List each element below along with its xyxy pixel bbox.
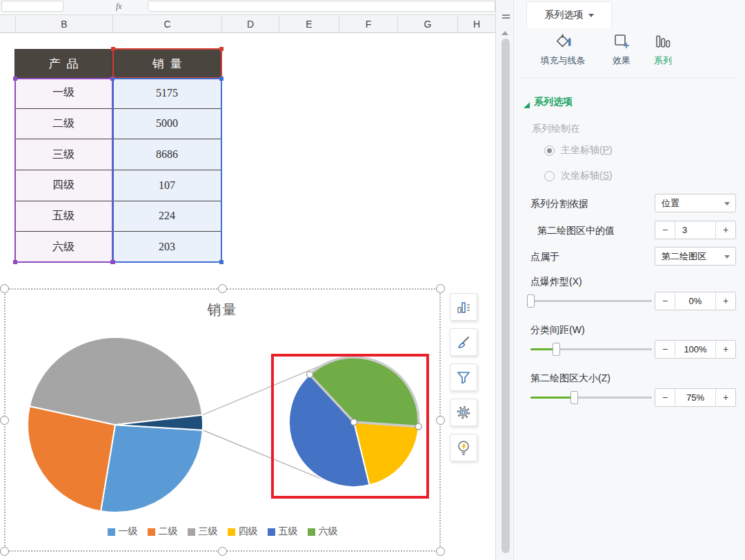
slider-track[interactable] <box>530 300 652 302</box>
legend-swatch <box>108 528 115 536</box>
legend-label: 二级 <box>159 526 178 538</box>
legend-swatch <box>148 528 155 536</box>
fx-icon[interactable]: fx <box>116 1 122 12</box>
chart-resize-handle[interactable] <box>436 547 445 556</box>
tab-series[interactable]: 系列 <box>645 32 681 67</box>
chart-resize-handle[interactable] <box>0 547 9 556</box>
name-box[interactable] <box>1 1 63 12</box>
column-header-d[interactable]: D <box>221 15 279 32</box>
cell-value[interactable]: 107 <box>112 170 222 201</box>
radio-label: 主坐标轴(P) <box>561 144 613 157</box>
column-header-g[interactable]: G <box>397 15 457 32</box>
header-cell-product[interactable]: 产品 <box>14 50 112 78</box>
column-header-h[interactable]: H <box>457 15 495 32</box>
cell-category[interactable]: 五级 <box>14 201 112 232</box>
stepper-value[interactable]: 75% <box>675 389 716 406</box>
chart-style-button[interactable] <box>450 328 477 356</box>
chart-elements-button[interactable] <box>450 293 477 321</box>
minus-button[interactable]: − <box>655 389 675 406</box>
section-series-options[interactable]: 系列选项 <box>524 96 573 108</box>
plus-button[interactable]: + <box>716 221 735 239</box>
cell-category[interactable]: 六级 <box>14 232 112 263</box>
chart-resize-handle[interactable] <box>0 416 9 425</box>
legend-item[interactable]: 一级 <box>108 526 138 538</box>
table-row: 五级 224 <box>14 201 222 232</box>
chart-resize-handle[interactable] <box>218 547 227 556</box>
plus-button[interactable]: + <box>716 341 735 358</box>
pie-slice-一级[interactable] <box>101 425 203 512</box>
cell-category[interactable]: 二级 <box>14 109 112 140</box>
radio-secondary-axis[interactable]: 次坐标轴(S) <box>544 170 613 182</box>
split-series-by-dropdown[interactable]: 位置 <box>655 194 736 212</box>
chart-resize-handle[interactable] <box>436 284 445 293</box>
chevron-down-icon <box>724 255 730 259</box>
chart-settings-button[interactable] <box>450 399 477 426</box>
wps-spreadsheet-window: fx B C D E F G H 产品 销量 一级 5175 二级 5000 三… <box>0 0 745 560</box>
point-belongs-dropdown[interactable]: 第二绘图区 <box>655 247 736 266</box>
minus-button[interactable]: − <box>655 292 675 310</box>
sidebar-tab-series-options[interactable]: 系列选项 <box>526 1 612 28</box>
header-cell-sales[interactable]: 销量 <box>112 50 222 78</box>
funnel-icon <box>455 369 472 386</box>
slider-thumb[interactable] <box>553 343 560 356</box>
stepper-value[interactable]: 100% <box>675 341 716 358</box>
cell-category[interactable]: 一级 <box>14 78 112 109</box>
legend-swatch <box>228 528 235 536</box>
slider-fill <box>530 397 574 399</box>
chart-resize-handle[interactable] <box>218 284 227 293</box>
cell-value[interactable]: 8686 <box>112 139 222 170</box>
scroll-up-icon[interactable] <box>501 31 508 35</box>
paint-bucket-icon <box>553 32 573 51</box>
point-explosion-label: 点爆炸型(X) <box>530 276 582 288</box>
plus-button[interactable]: + <box>716 389 735 406</box>
column-header-f[interactable]: F <box>339 15 397 32</box>
pie-of-pie-chart <box>4 288 441 552</box>
second-plot-values-stepper: − 3 + <box>655 221 736 239</box>
chart-filter-button[interactable] <box>450 363 477 391</box>
cell-value[interactable]: 5000 <box>112 109 222 140</box>
cell-value[interactable]: 5175 <box>112 78 222 109</box>
slice-handle[interactable] <box>351 419 357 426</box>
tab-effects[interactable]: 效果 <box>602 32 642 67</box>
stepper-value[interactable]: 0% <box>675 292 716 310</box>
slice-handle[interactable] <box>415 423 421 430</box>
column-header-a[interactable] <box>0 15 15 32</box>
legend-item[interactable]: 二级 <box>148 526 178 538</box>
legend-item[interactable]: 五级 <box>268 526 298 538</box>
cell-value[interactable]: 224 <box>112 201 222 232</box>
tab-fill-and-line[interactable]: 填充与线条 <box>530 32 595 67</box>
radio-primary-axis[interactable]: 主坐标轴(P) <box>544 144 613 157</box>
stepper-value[interactable]: 3 <box>675 221 716 239</box>
slice-handle[interactable] <box>307 372 313 378</box>
column-header-c[interactable]: C <box>112 15 221 32</box>
legend-swatch <box>308 528 315 536</box>
chart-resize-handle[interactable] <box>436 416 445 425</box>
slider-thumb[interactable] <box>570 391 578 404</box>
formula-input[interactable] <box>148 1 495 12</box>
chart-object[interactable]: 销量 一级 二级 三级 四级 五级 六级 <box>4 288 441 552</box>
pie-slice-三级[interactable] <box>30 337 202 425</box>
legend-item[interactable]: 四级 <box>228 526 258 538</box>
column-header-e[interactable]: E <box>279 15 339 32</box>
chart-ideas-button[interactable] <box>450 434 477 461</box>
column-header-b[interactable]: B <box>15 15 112 32</box>
cell-value[interactable]: 203 <box>112 232 222 263</box>
minus-button[interactable]: − <box>655 341 675 358</box>
legend-item[interactable]: 三级 <box>188 526 218 538</box>
chart-resize-handle[interactable] <box>0 284 9 293</box>
legend-item[interactable]: 六级 <box>308 526 338 538</box>
dropdown-value: 第二绘图区 <box>662 251 706 261</box>
cell-category[interactable]: 四级 <box>14 170 112 201</box>
plus-button[interactable]: + <box>716 292 735 310</box>
chart-elements-icon <box>455 299 472 315</box>
minus-button[interactable]: − <box>655 221 675 239</box>
split-handle-icon[interactable] <box>502 14 510 19</box>
legend-label: 四级 <box>239 526 258 538</box>
second-plot-values-label: 第二绘图区中的值 <box>537 225 615 237</box>
slider-thumb[interactable] <box>527 294 535 308</box>
scrollbar-thumb[interactable] <box>501 39 510 553</box>
table-row: 二级 5000 <box>14 109 222 140</box>
legend-swatch <box>268 528 275 536</box>
cell-category[interactable]: 三级 <box>14 139 112 170</box>
expanded-triangle-icon <box>524 102 530 108</box>
